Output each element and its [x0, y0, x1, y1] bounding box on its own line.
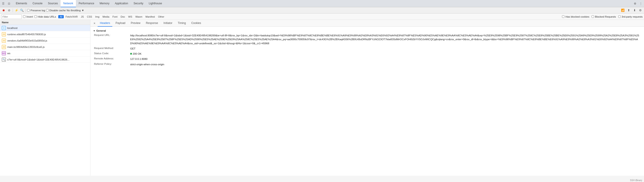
detail-fields: Request URL:http://localhost:8080/s?ie=u…	[90, 33, 644, 67]
file-name-4: ws	[7, 52, 88, 55]
detail-tab-timing[interactable]: Timing	[176, 20, 188, 27]
filter-type-tab-all[interactable]: All	[58, 15, 64, 18]
status-dot-icon	[130, 53, 132, 55]
detail-tabs: × HeadersPayloadPreviewResponseInitiator…	[90, 20, 644, 27]
filter-type-tab-fetch/xhr[interactable]: Fetch/XHR	[64, 15, 79, 18]
clear-button[interactable]: ⊘	[7, 8, 11, 13]
has-blocked-cookies-label[interactable]: Has blocked cookies	[562, 15, 589, 18]
detail-tab-items: HeadersPayloadPreviewResponseInitiatorTi…	[98, 20, 203, 27]
toolbar-right-buttons: 📶 ⬆ ⬇ ⚙	[620, 8, 643, 13]
hide-data-urls-text: Hide data URLs	[38, 15, 56, 18]
detail-row-4: Referrer Policy:strict-origin-when-cross…	[90, 62, 644, 67]
tab-lighthouse[interactable]: Lighthouse	[146, 0, 165, 7]
file-item-3[interactable]: JSmain.bc9804d56e13933c8ca5.js	[0, 44, 90, 50]
filter-type-tab-font[interactable]: Font	[111, 15, 119, 18]
disable-cache-checkbox[interactable]	[46, 9, 48, 11]
detail-row-2: Status Code: 200 OK	[90, 51, 644, 56]
detail-panel: × HeadersPayloadPreviewResponseInitiator…	[90, 20, 644, 176]
detail-tab-initiator[interactable]: Initiator	[161, 20, 174, 27]
separator-1	[13, 8, 13, 12]
invert-label[interactable]: Invert	[23, 15, 33, 18]
file-type-icon-3: JS	[2, 45, 6, 49]
detail-field-label-1: Request Method:	[94, 47, 130, 49]
network-settings-icon[interactable]: ⚙	[638, 8, 643, 13]
detail-tab-cookies[interactable]: Cookies	[189, 20, 203, 27]
file-name-5: s?ie=utf-8&mod=1&isbd=1&isid=32E40E49541…	[7, 58, 88, 61]
file-type-icon-1: JS	[2, 32, 6, 36]
search-button[interactable]: 🔍	[20, 8, 24, 13]
tab-security[interactable]: Security	[131, 0, 146, 7]
general-section-title: General	[96, 29, 106, 32]
file-list: Name ≡localhostJSruntime.ebbdf8754645578…	[0, 20, 90, 176]
file-item-0[interactable]: ≡localhost	[0, 25, 90, 31]
detail-tab-payload[interactable]: Payload	[113, 20, 128, 27]
tab-console[interactable]: Console	[30, 0, 45, 7]
file-type-icon-2: JS	[2, 39, 6, 43]
detail-tab-headers[interactable]: Headers	[98, 20, 112, 27]
third-party-label[interactable]: 3rd-party requests	[618, 15, 643, 18]
file-list-header: Name	[0, 20, 90, 25]
file-item-1[interactable]: JSruntime.ebbdf87546455780830.js	[0, 31, 90, 37]
filter-type-tab-img[interactable]: Img	[94, 15, 100, 18]
detail-row-1: Request Method:GET	[90, 46, 644, 51]
tab-sources[interactable]: Sources	[45, 0, 60, 7]
filter-type-tab-ws[interactable]: WS	[127, 15, 134, 18]
general-section-header[interactable]: ▼ General	[90, 28, 644, 33]
download-icon[interactable]: ⬇	[632, 8, 637, 13]
preserve-log-checkbox[interactable]	[27, 9, 30, 11]
file-type-icon-4: WS	[2, 51, 6, 55]
record-button[interactable]: ⏺	[1, 8, 6, 13]
tab-network[interactable]: Network	[60, 0, 76, 7]
detail-row-3: Remote Address:127.0.0.1:8080	[90, 56, 644, 62]
filter-type-tab-other[interactable]: Other	[156, 15, 166, 18]
file-list-items: ≡localhostJSruntime.ebbdf87546455780830.…	[0, 25, 90, 63]
blocked-requests-label[interactable]: Blocked Requests	[592, 15, 616, 18]
upload-icon[interactable]: ⬆	[626, 8, 631, 13]
devtools-controls: ☰ ⊡	[1, 1, 11, 6]
file-item-4[interactable]: WSws	[0, 50, 90, 56]
filter-type-tab-css[interactable]: CSS	[86, 15, 94, 18]
detail-tab-preview[interactable]: Preview	[128, 20, 143, 27]
tab-performance[interactable]: Performance	[76, 0, 97, 7]
separator-2	[26, 8, 26, 12]
disable-cache-label[interactable]: Disable cache	[46, 9, 66, 12]
detail-field-value-3: 127.0.0.1:8080	[130, 57, 640, 61]
blocked-requests-checkbox[interactable]	[592, 15, 594, 18]
filter-type-tab-wasm[interactable]: Wasm	[134, 15, 144, 18]
hide-data-urls-checkbox[interactable]	[34, 15, 37, 18]
devtools-right-icons: ⚙ ⋮	[633, 1, 643, 6]
file-item-2[interactable]: JSvendors.6a84bf9f33e915a5893d.js	[0, 37, 90, 44]
throttle-label: No throttling	[67, 9, 81, 12]
file-name-0: localhost	[7, 27, 88, 29]
throttle-selector[interactable]: No throttling ▼	[67, 9, 84, 12]
tab-memory[interactable]: Memory	[97, 0, 112, 7]
invert-text: Invert	[26, 15, 33, 18]
wifi-icon[interactable]: 📶	[620, 8, 625, 13]
file-name-3: main.bc9804d56e13933c8ca5.js	[7, 46, 88, 48]
hide-data-urls-label[interactable]: Hide data URLs	[34, 15, 56, 18]
file-item-5[interactable]: 🔍s?ie=utf-8&mod=1&isbd=1&isid=32E40E4954…	[0, 56, 90, 63]
has-blocked-cookies-checkbox[interactable]	[562, 15, 564, 18]
devtools-icon-2[interactable]: ⊡	[7, 1, 11, 6]
filter-type-tab-doc[interactable]: Doc	[119, 15, 126, 18]
devtools-icon-1[interactable]: ☰	[1, 1, 6, 6]
chevron-down-icon: ▼	[82, 9, 84, 12]
detail-close-button[interactable]: ×	[92, 21, 97, 25]
settings-icon[interactable]: ⚙	[633, 1, 637, 6]
filter-input[interactable]	[1, 14, 22, 19]
file-name-1: runtime.ebbdf87546455780830.js	[7, 33, 88, 36]
preserve-log-label[interactable]: Preserve log	[27, 9, 45, 12]
detail-field-label-2: Status Code:	[94, 52, 130, 55]
filter-type-tab-manifest[interactable]: Manifest	[144, 15, 156, 18]
detail-tab-response[interactable]: Response	[144, 20, 160, 27]
tab-application[interactable]: Application	[112, 0, 131, 7]
has-blocked-cookies-text: Has blocked cookies	[565, 15, 589, 18]
invert-checkbox[interactable]	[23, 15, 26, 18]
filter-type-tab-media[interactable]: Media	[101, 15, 111, 18]
third-party-checkbox[interactable]	[618, 15, 621, 18]
filter-type-tab-js[interactable]: JS	[80, 15, 85, 18]
tab-elements[interactable]: Elements	[13, 0, 30, 7]
more-icon[interactable]: ⋮	[638, 1, 643, 6]
filter-icon[interactable]: ⚡	[14, 8, 19, 13]
detail-field-value-0: http://localhost:8080/s?ie=utf-8&mod=1&i…	[130, 34, 640, 45]
